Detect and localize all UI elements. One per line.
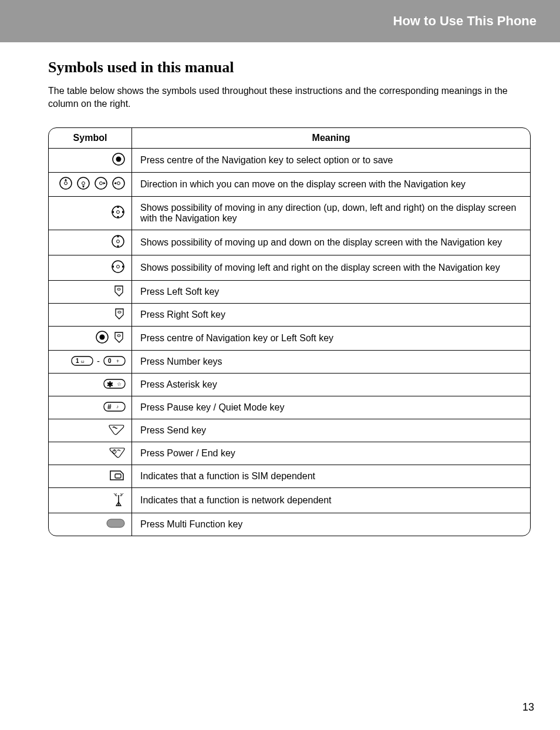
end-key-icon (108, 446, 126, 459)
svg-text:#: # (107, 403, 112, 411)
meaning-cell: Press Asterisk key (132, 374, 530, 396)
header-title: How to Use This Phone (393, 14, 537, 29)
sim-icon (108, 469, 126, 482)
send-key-icon (108, 423, 126, 436)
svg-rect-35 (115, 474, 121, 478)
symbol-cell (49, 230, 132, 255)
table-row: 1ω - 0+ Press Number keys (49, 351, 530, 374)
meaning-cell: Press centre of Navigation key or Left S… (132, 327, 530, 351)
svg-point-1 (116, 157, 122, 162)
meaning-cell: Indicates that a function is network dep… (132, 488, 530, 513)
table-row: #♪ Press Pause key / Quiet Mode key (49, 396, 530, 419)
table-row: Press centre of the Navigation key to se… (49, 149, 530, 173)
left-soft-key-icon (113, 284, 126, 297)
header-band: How to Use This Phone (0, 0, 560, 42)
nav-directions-icon (59, 176, 126, 190)
symbol-cell: 1ω - 0+ (49, 351, 132, 374)
hash-key-icon: #♪ (103, 400, 126, 413)
table-row: Indicates that a function is network dep… (49, 488, 530, 513)
meaning-cell: Indicates that a function is SIM depende… (132, 465, 530, 488)
symbol-cell (49, 255, 132, 281)
section-intro: The table below shows the symbols used t… (48, 85, 531, 110)
symbol-cell (49, 327, 132, 351)
nav-leftright-icon (110, 259, 126, 274)
nav-centre-icon (112, 152, 126, 166)
symbol-cell (49, 465, 132, 488)
svg-text:0: 0 (108, 358, 112, 364)
table-row: Shows possibility of moving in any direc… (49, 197, 530, 230)
table-row: ✱☆ Press Asterisk key (49, 374, 530, 396)
svg-rect-17 (118, 311, 121, 313)
symbol-cell: #♪ (49, 396, 132, 419)
symbol-table: Symbol Meaning Press centre of the Navig… (48, 127, 531, 536)
symbol-cell (49, 281, 132, 304)
svg-rect-20 (117, 335, 120, 337)
symbol-cell (49, 149, 132, 173)
col-header-symbol: Symbol (49, 128, 132, 149)
table-row: Shows possibility of moving up and down … (49, 230, 530, 255)
number-keys-icon: 1ω - 0+ (71, 354, 126, 367)
meaning-cell: Press Left Soft key (132, 281, 530, 304)
table-row: Shows possibility of moving left and rig… (49, 255, 530, 281)
table-row: Press Send key (49, 419, 530, 442)
table-row: Direction in which you can move on the d… (49, 173, 530, 197)
meaning-cell: Shows possibility of moving in any direc… (132, 197, 530, 230)
symbol-cell (49, 304, 132, 327)
nav-updown-icon (110, 234, 126, 249)
symbol-cell (49, 488, 132, 513)
multi-function-key-icon (106, 517, 126, 529)
table-row: Indicates that a function is SIM depende… (49, 465, 530, 488)
svg-text:♪: ♪ (116, 404, 119, 409)
nav-all-icon (110, 204, 126, 220)
svg-text:☆: ☆ (117, 381, 122, 387)
meaning-cell: Press Right Soft key (132, 304, 530, 327)
section-title: Symbols used in this manual (48, 59, 531, 76)
asterisk-key-icon: ✱☆ (103, 377, 126, 390)
svg-point-5 (82, 182, 85, 185)
svg-text:1: 1 (76, 358, 79, 364)
meaning-cell: Press Send key (132, 419, 530, 442)
svg-point-7 (100, 182, 103, 185)
symbol-cell: ✱☆ (49, 374, 132, 396)
centre-or-left-soft-icon (95, 330, 126, 344)
svg-text:+: + (116, 358, 119, 364)
network-icon (112, 492, 126, 507)
svg-text:ω: ω (81, 359, 85, 364)
meaning-cell: Press Number keys (132, 351, 530, 374)
symbol-cell (49, 442, 132, 465)
table-row: Press Power / End key (49, 442, 530, 465)
meaning-cell: Shows possibility of moving up and down … (132, 230, 530, 255)
meaning-cell: Press centre of the Navigation key to se… (132, 149, 530, 173)
page-number: 13 (522, 701, 534, 714)
svg-point-3 (65, 182, 68, 185)
symbol-cell (49, 419, 132, 442)
table-row: Press Multi Function key (49, 513, 530, 536)
meaning-cell: Press Power / End key (132, 442, 530, 465)
svg-text:✱: ✱ (107, 380, 113, 389)
svg-point-15 (117, 265, 120, 268)
svg-rect-37 (107, 519, 124, 527)
symbol-cell (49, 197, 132, 230)
svg-point-19 (100, 335, 105, 340)
table-row: Press centre of Navigation key or Left S… (49, 327, 530, 351)
table-row: Press Right Soft key (49, 304, 530, 327)
meaning-cell: Press Multi Function key (132, 513, 530, 536)
meaning-cell: Direction in which you can move on the d… (132, 173, 530, 197)
col-header-meaning: Meaning (132, 128, 530, 149)
page-content: Symbols used in this manual The table be… (0, 42, 560, 536)
symbol-cell (49, 173, 132, 197)
svg-point-11 (117, 211, 120, 214)
svg-point-9 (117, 182, 120, 185)
meaning-cell: Shows possibility of moving left and rig… (132, 255, 530, 281)
svg-point-13 (117, 240, 120, 243)
table-row: Press Left Soft key (49, 281, 530, 304)
svg-rect-16 (117, 288, 120, 290)
symbol-cell (49, 513, 132, 536)
svg-rect-24 (104, 356, 125, 365)
meaning-cell: Press Pause key / Quiet Mode key (132, 396, 530, 419)
right-soft-key-icon (113, 307, 126, 320)
